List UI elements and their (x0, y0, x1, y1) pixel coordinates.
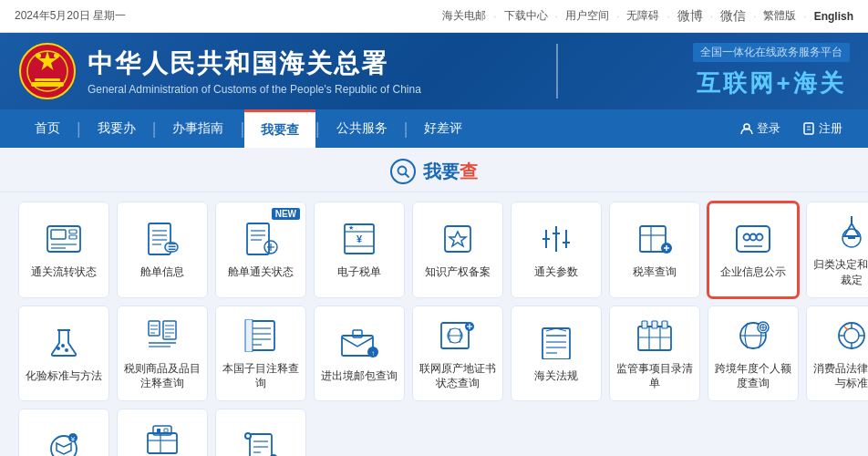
register-button[interactable]: 注册 (795, 117, 850, 140)
login-button[interactable]: 登录 (733, 117, 788, 140)
traditional-chinese-link[interactable]: 繁體版 (763, 8, 796, 24)
top-links: 海关电邮 · 下载中心 · 用户空间 · 无障碍 · 微博 · 微信 · 繁體版… (442, 8, 853, 25)
grid-item-cangdan[interactable]: ☰ 舱单信息 (117, 202, 208, 298)
nav-wuyaocha[interactable]: 我要查 (244, 109, 315, 148)
grid-item-zhishi[interactable]: 知识产权备案 (412, 202, 503, 298)
svg-point-71 (61, 344, 65, 347)
cangdan-label: 舱单信息 (140, 264, 184, 280)
download-center-link[interactable]: 下载中心 (504, 8, 548, 24)
grid-item-qiye[interactable]: 企业信息公示 (708, 202, 799, 298)
header-divider (556, 44, 558, 98)
grid-item-kuajing[interactable]: 跨境年度个人额度查询 (708, 306, 799, 402)
grid-item-guijue[interactable]: 归类决定和行政裁定 (806, 202, 868, 298)
search-circle-icon (390, 159, 416, 184)
grid-item-jianguan[interactable]: 监管事项目录清单 (609, 306, 700, 402)
qiye-icon (733, 221, 773, 257)
svg-marker-39 (450, 232, 466, 246)
platform-label: 全国一体化在线政务服务平台 (693, 43, 850, 62)
haiguan-icon (539, 326, 574, 359)
shuishou-icon (637, 223, 672, 255)
grid-item-benguozi[interactable]: 本国子目注释查询 (215, 306, 306, 402)
zhiding-icon (144, 422, 181, 455)
weibo-icon[interactable]: 微博 (677, 8, 703, 25)
svg-rect-14 (51, 230, 66, 239)
huaxue-label: 化验标准与方法 (26, 368, 102, 384)
svg-rect-108 (642, 321, 647, 328)
accessibility-link[interactable]: 无障碍 (626, 8, 659, 24)
youbao-icon: ↑ (340, 326, 378, 359)
site-sub-title: General Administration of Customs of the… (88, 83, 421, 96)
svg-text:☰: ☰ (168, 242, 176, 252)
grid-item-tongguancs[interactable]: 通关参数 (511, 202, 602, 298)
navbar-auth: 登录 注册 (733, 117, 850, 140)
svg-rect-16 (69, 235, 77, 239)
svg-point-70 (65, 348, 68, 352)
grid-item-xiaofei[interactable]: 消费品法律法规与标准 (806, 306, 868, 402)
header-right-block: 全国一体化在线政务服务平台 互联网+海关 (693, 43, 850, 99)
national-emblem (18, 42, 77, 100)
search-area: 我要查 (0, 148, 868, 192)
grid-item-zhiding[interactable]: 指定监管场地查询 (117, 409, 208, 456)
tongguancs-icon (539, 223, 574, 255)
user-space-link[interactable]: 用户空间 (565, 8, 609, 24)
svg-rect-5 (31, 82, 64, 87)
english-link[interactable]: English (814, 10, 853, 23)
xingzheng-icon (243, 430, 279, 456)
dianzi-label: 电子税单 (337, 264, 381, 280)
jianguan-icon (636, 319, 673, 352)
grid-item-shuize[interactable]: 税则商品及品目注释查询 (117, 306, 208, 402)
qiye-label: 企业信息公示 (720, 264, 786, 280)
svg-point-69 (57, 347, 60, 350)
grid-item-huaxue[interactable]: 化验标准与方法 (18, 306, 109, 402)
grid-item-youzheng[interactable]: ¥ 行邮税率查询 (18, 409, 109, 456)
grid-item-youbao[interactable]: ↑ 进出境邮包查询 (314, 306, 405, 402)
kuajing-icon (735, 319, 771, 352)
tonguan-label: 通关流转状态 (31, 264, 97, 280)
grid-item-shuishou[interactable]: 税率查询 (609, 202, 700, 298)
new-badge: NEW (272, 208, 300, 220)
youbao-label: 进出境邮包查询 (321, 368, 398, 384)
jianguan-label: 监管事项目录清单 (615, 361, 694, 392)
nav-public-service[interactable]: 公共服务 (320, 109, 404, 148)
svg-point-57 (750, 234, 757, 241)
grid-item-lianyuan[interactable]: 联网原产地证书状态查询 (412, 306, 503, 402)
shuishou-label: 税率查询 (633, 264, 677, 280)
navbar-items: 首页 | 我要办 | 办事指南 | 我要查 | 公共服务 | 好差评 (18, 109, 733, 148)
grid-item-xingzheng[interactable]: 行政审批公示 (215, 409, 306, 456)
youzheng-icon: ¥ (46, 430, 82, 456)
header-left: 中华人民共和国海关总署 General Administration of Cu… (18, 42, 421, 100)
haiguan-email-link[interactable]: 海关电邮 (442, 8, 486, 24)
svg-rect-110 (662, 321, 667, 328)
internet-customs-title: 互联网+海关 (693, 67, 850, 99)
svg-rect-6 (35, 78, 60, 81)
magnifier-icon (396, 164, 410, 179)
nav-guide[interactable]: 办事指南 (156, 109, 240, 148)
zhishi-label: 知识产权备案 (425, 264, 491, 280)
grid-item-cangdan2[interactable]: NEW 舱单通关状态 (215, 202, 306, 298)
grid-item-tonguan[interactable]: 通关流转状态 (18, 202, 109, 298)
svg-rect-104 (638, 326, 671, 350)
benguozi-label: 本国子目注释查询 (222, 361, 300, 392)
grid-row-2: 化验标准与方法 税则商品及品目注释查询 (18, 306, 850, 402)
benguozi-icon (243, 319, 278, 352)
grid-area: 通关流转状态 ☰ 舱单信息 NEW (0, 192, 868, 456)
site-main-title: 中华人民共和国海关总署 (88, 47, 421, 81)
grid-item-dianzi[interactable]: ¥ ★ 电子税单 (314, 202, 405, 298)
search-label: 我要查 (423, 160, 478, 184)
nav-feedback[interactable]: 好差评 (408, 109, 479, 148)
svg-point-118 (844, 328, 859, 343)
nav-wuyaoban[interactable]: 我要办 (81, 109, 152, 148)
wechat-icon[interactable]: 微信 (720, 8, 746, 25)
grid-row-1: 通关流转状态 ☰ 舱单信息 NEW (18, 202, 850, 298)
lianyuan-icon (439, 319, 477, 352)
svg-rect-15 (69, 230, 77, 233)
nav-home[interactable]: 首页 (18, 109, 77, 148)
register-icon (802, 122, 815, 135)
huaxue-icon (46, 326, 81, 359)
grid-item-haiguan[interactable]: 海关法规 (511, 306, 602, 402)
shuize-label: 税则商品及品目注释查询 (123, 361, 202, 392)
main-navbar: 首页 | 我要办 | 办事指南 | 我要查 | 公共服务 | 好差评 登录 注册 (0, 109, 868, 148)
grid-row-3: ¥ 行邮税率查询 指定监管场地查询 (18, 409, 850, 456)
header-title-block: 中华人民共和国海关总署 General Administration of Cu… (88, 47, 421, 96)
haiguan-label: 海关法规 (534, 368, 578, 384)
